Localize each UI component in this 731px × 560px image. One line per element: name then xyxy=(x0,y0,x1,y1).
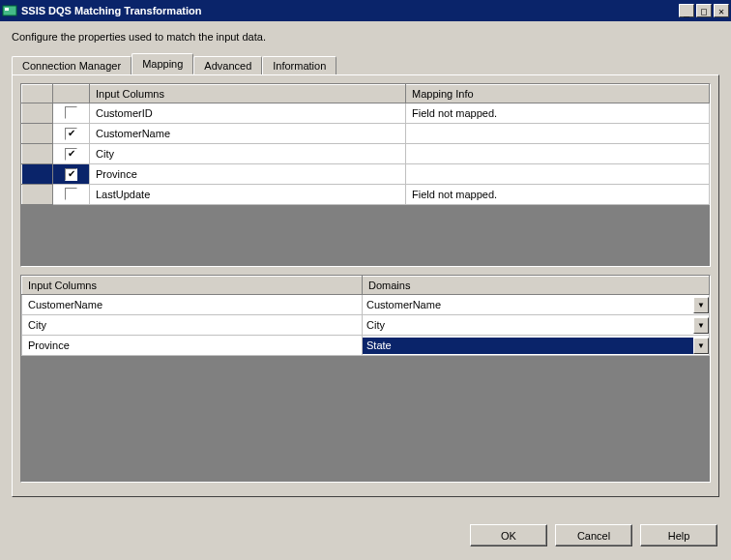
grid-row[interactable]: Province State ▼ xyxy=(22,336,710,356)
grid-row[interactable]: ✔ Province xyxy=(22,164,710,185)
checkbox-icon[interactable] xyxy=(65,188,77,200)
row-selector[interactable] xyxy=(22,124,53,144)
domain-dropdown[interactable]: State ▼ xyxy=(363,338,709,354)
tab-connection-manager[interactable]: Connection Manager xyxy=(12,56,132,74)
input-column-cell[interactable]: City xyxy=(22,315,363,336)
close-button[interactable]: ✕ xyxy=(714,4,729,17)
chevron-down-icon[interactable]: ▼ xyxy=(693,317,709,334)
minimize-button[interactable]: _ xyxy=(679,4,694,17)
chevron-down-icon[interactable]: ▼ xyxy=(693,297,709,313)
checkbox-cell[interactable]: ✔ xyxy=(53,124,90,144)
help-button[interactable]: Help xyxy=(640,524,717,546)
checkbox-icon[interactable] xyxy=(65,106,77,119)
domain-value: CustomerName xyxy=(363,299,693,310)
checkbox-icon[interactable]: ✔ xyxy=(65,148,77,161)
domain-value: City xyxy=(363,319,693,331)
tab-panel-mapping: Input Columns Mapping Info CustomerID Fi… xyxy=(12,74,719,497)
grid-row[interactable]: ✔ City xyxy=(22,144,710,164)
dialog-buttons: OK Cancel Help xyxy=(470,524,717,546)
grid-row[interactable]: ✔ CustomerName xyxy=(22,124,710,144)
mapping-info-cell: Field not mapped. xyxy=(406,103,710,124)
tab-strip: Connection Manager Mapping Advanced Info… xyxy=(12,54,719,74)
grid-row[interactable]: CustomerName CustomerName ▼ xyxy=(22,295,710,315)
mapping-info-header[interactable]: Mapping Info xyxy=(406,85,710,103)
input-column-cell[interactable]: CustomerName xyxy=(90,124,406,144)
checkbox-icon[interactable]: ✔ xyxy=(65,168,77,181)
row-selector[interactable] xyxy=(22,185,53,205)
mapping-info-cell: Field not mapped. xyxy=(406,185,710,205)
row-selector[interactable] xyxy=(22,164,53,185)
title-bar: SSIS DQS Matching Transformation _ □ ✕ xyxy=(0,0,731,21)
tab-advanced[interactable]: Advanced xyxy=(193,56,262,74)
domain-dropdown[interactable]: CustomerName ▼ xyxy=(363,297,709,313)
domain-dropdown[interactable]: City ▼ xyxy=(363,317,709,334)
ok-button[interactable]: OK xyxy=(470,524,547,546)
row-header-blank xyxy=(22,85,53,103)
domain-cell[interactable]: CustomerName ▼ xyxy=(363,295,710,315)
mapping-info-cell xyxy=(406,144,710,164)
chevron-down-icon[interactable]: ▼ xyxy=(693,338,709,354)
svg-rect-1 xyxy=(5,8,9,11)
checkbox-cell[interactable]: ✔ xyxy=(53,164,90,185)
checkbox-icon[interactable]: ✔ xyxy=(65,128,77,140)
maximize-button[interactable]: □ xyxy=(696,4,712,17)
input-columns-header-2[interactable]: Input Columns xyxy=(22,277,363,295)
domain-mapping-grid: Input Columns Domains CustomerName Custo… xyxy=(20,275,711,483)
input-columns-header[interactable]: Input Columns xyxy=(90,85,406,103)
cancel-button[interactable]: Cancel xyxy=(555,524,632,546)
domain-value: State xyxy=(363,339,693,351)
domain-cell[interactable]: State ▼ xyxy=(363,336,710,356)
input-column-cell[interactable]: Province xyxy=(22,336,363,356)
tab-mapping[interactable]: Mapping xyxy=(132,53,193,74)
row-selector[interactable] xyxy=(22,103,53,124)
grid-row[interactable]: CustomerID Field not mapped. xyxy=(22,103,710,124)
input-column-cell[interactable]: City xyxy=(90,144,406,164)
checkbox-cell[interactable] xyxy=(53,185,90,205)
dialog-description: Configure the properties used to match t… xyxy=(12,31,719,43)
mapping-info-cell xyxy=(406,124,710,144)
input-column-cell[interactable]: CustomerName xyxy=(22,295,363,315)
input-column-cell[interactable]: LastUpdate xyxy=(90,185,406,205)
grid-row[interactable]: LastUpdate Field not mapped. xyxy=(22,185,710,205)
checkbox-column-header xyxy=(53,85,90,103)
checkbox-cell[interactable] xyxy=(53,103,90,124)
domain-cell[interactable]: City ▼ xyxy=(363,315,710,336)
grid-row[interactable]: City City ▼ xyxy=(22,315,710,336)
tab-information[interactable]: Information xyxy=(262,56,336,74)
app-icon xyxy=(2,3,17,18)
input-columns-grid: Input Columns Mapping Info CustomerID Fi… xyxy=(20,83,711,267)
row-selector[interactable] xyxy=(22,144,53,164)
input-column-cell[interactable]: Province xyxy=(90,164,406,185)
mapping-info-cell xyxy=(406,164,710,185)
window-title: SSIS DQS Matching Transformation xyxy=(21,5,677,16)
domains-header[interactable]: Domains xyxy=(363,277,710,295)
input-column-cell[interactable]: CustomerID xyxy=(90,103,406,124)
checkbox-cell[interactable]: ✔ xyxy=(53,144,90,164)
